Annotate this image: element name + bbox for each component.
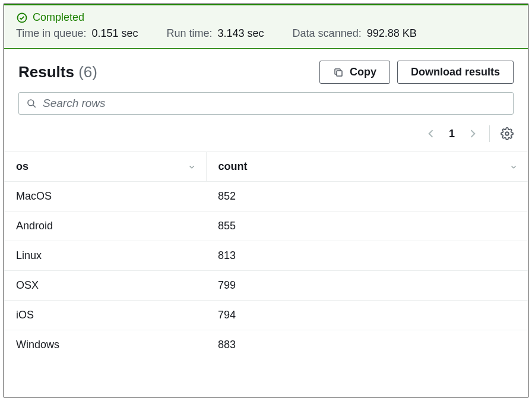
svg-rect-1: [337, 71, 342, 76]
divider: [489, 125, 490, 142]
search-box[interactable]: [18, 92, 514, 115]
sort-icon: [188, 163, 195, 170]
cell-os: Linux: [4, 241, 206, 271]
status-bar: Completed Time in queue: 0.151 sec Run t…: [4, 4, 528, 49]
svg-point-4: [505, 132, 509, 135]
settings-button[interactable]: [501, 127, 514, 140]
results-title: Results (6): [18, 63, 97, 81]
sort-icon: [510, 163, 517, 170]
copy-button[interactable]: Copy: [319, 61, 390, 84]
search-wrap: [4, 92, 528, 122]
table-row: MacOS852: [4, 182, 528, 211]
copy-icon: [333, 67, 344, 78]
results-count: (6): [78, 63, 97, 81]
search-icon: [26, 98, 37, 109]
cell-count: 794: [206, 301, 528, 330]
cell-count: 799: [206, 271, 528, 301]
table-row: Android855: [4, 211, 528, 241]
table-row: iOS794: [4, 301, 528, 330]
table-header-row: os count: [4, 152, 528, 182]
results-table: os count MacOS85: [4, 151, 528, 359]
action-buttons: Copy Download results: [319, 61, 514, 84]
cell-os: iOS: [4, 301, 206, 330]
gear-icon: [501, 127, 514, 140]
prev-page-button[interactable]: [425, 128, 437, 140]
table-row: Linux813: [4, 241, 528, 271]
queue-time: Time in queue: 0.151 sec: [16, 27, 138, 40]
column-header-count[interactable]: count: [206, 152, 528, 182]
cell-count: 852: [206, 182, 528, 211]
search-input[interactable]: [43, 97, 506, 110]
pagination: 1: [4, 122, 528, 151]
cell-os: Android: [4, 211, 206, 241]
table-row: OSX799: [4, 271, 528, 301]
page-number: 1: [445, 128, 458, 140]
run-time: Run time: 3.143 sec: [166, 27, 264, 40]
results-header: Results (6) Copy Download results: [4, 49, 528, 92]
status-completed: Completed: [16, 11, 516, 24]
query-results-panel: Completed Time in queue: 0.151 sec Run t…: [4, 4, 528, 397]
column-header-os[interactable]: os: [4, 152, 206, 182]
cell-os: OSX: [4, 271, 206, 301]
cell-count: 855: [206, 211, 528, 241]
table-row: Windows883: [4, 330, 528, 360]
cell-count: 813: [206, 241, 528, 271]
check-circle-icon: [16, 12, 28, 24]
cell-os: MacOS: [4, 182, 206, 211]
data-scanned: Data scanned: 992.88 KB: [293, 27, 417, 40]
svg-point-2: [28, 100, 34, 106]
download-results-button[interactable]: Download results: [397, 61, 514, 84]
next-page-button[interactable]: [467, 128, 479, 140]
status-metrics: Time in queue: 0.151 sec Run time: 3.143…: [16, 27, 516, 40]
cell-count: 883: [206, 330, 528, 360]
cell-os: Windows: [4, 330, 206, 360]
svg-line-3: [33, 105, 36, 108]
status-label: Completed: [33, 11, 84, 24]
